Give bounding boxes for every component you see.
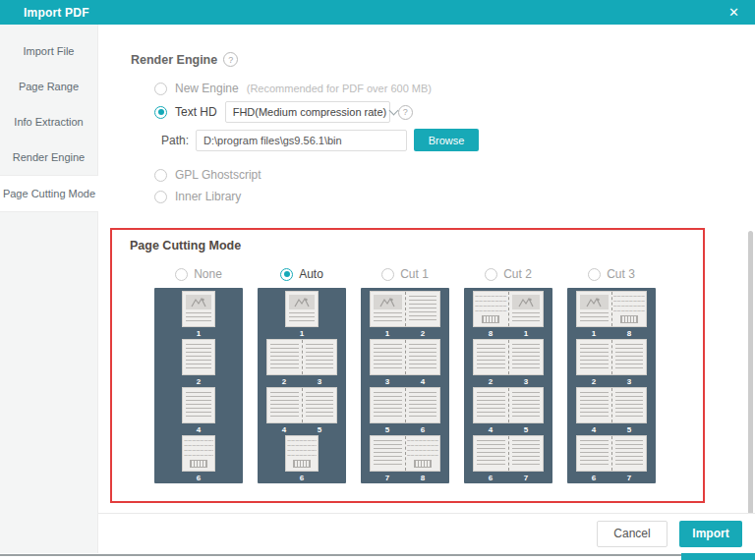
page-spread-thumbnail: ~~~~~~~~~~~~~~~~~~~~~~~~~~~~~~~~ (576, 291, 647, 327)
page-spread-thumbnail (473, 339, 544, 375)
page-text-lines (374, 440, 402, 468)
radio-icon[interactable] (154, 169, 167, 182)
cutting-mode-option-none[interactable]: None (175, 265, 222, 283)
page-text-lines (512, 392, 541, 420)
page-half-wavy: ~~~~~~~~~~~~~~~~~~~~~~~~~~~~~~~~ (405, 436, 440, 471)
preview-page-row: 45 (473, 387, 544, 435)
page-number: 6 (405, 424, 440, 435)
radio-icon[interactable] (154, 83, 167, 95)
page-number: 3 (611, 376, 647, 387)
page-half-text (183, 340, 214, 374)
radio-icon[interactable] (588, 268, 601, 281)
radio-icon-selected[interactable] (280, 268, 293, 281)
page-number: 3 (508, 376, 544, 387)
page-spread-thumbnail (370, 339, 440, 375)
radio-icon[interactable] (175, 268, 188, 281)
path-row: Path: Browse (161, 129, 479, 151)
cutting-mode-cut-3: Cut 3~~~~~~~~~~~~~~~~~~~~~~~~~~~~~~~~182… (567, 265, 656, 483)
preview-page-row: 34 (370, 339, 440, 387)
sidebar-item-info-extraction[interactable]: Info Extraction (0, 104, 97, 140)
page-number-row: 6 (285, 473, 319, 483)
page-half-text (577, 388, 611, 422)
page-half-text (474, 436, 508, 471)
page-text-lines (270, 392, 299, 420)
page-number: 5 (508, 424, 544, 435)
radio-icon[interactable] (154, 191, 167, 203)
page-number-row: 23 (266, 376, 337, 387)
page-number: 2 (266, 376, 302, 387)
cutting-mode-auto: Auto12345~~~~~~~~~~~~~~~~~~~~~~~~~~~~~~~… (258, 265, 346, 483)
new-engine-hint: (Recommended for PDF over 600 MB) (247, 83, 432, 94)
page-half-image (371, 292, 405, 326)
page-text-lines (580, 392, 609, 420)
page-half-text (302, 388, 337, 422)
close-icon[interactable]: ✕ (725, 5, 743, 20)
page-number: 3 (370, 376, 405, 387)
sidebar-item-page-cutting-mode[interactable]: Page Cutting Mode (0, 175, 98, 212)
text-hd-label: Text HD (175, 105, 217, 119)
page-number-row: 81 (473, 328, 544, 339)
preview-page-row: 23 (473, 339, 544, 387)
text-hd-option[interactable]: Text HD FHD(Medium compression rate) ? (154, 101, 413, 123)
page-number: 7 (611, 473, 647, 483)
page-text-lines (186, 392, 211, 420)
scrollbar-thumb[interactable] (748, 231, 753, 516)
new-engine-option[interactable]: New Engine (Recommended for PDF over 600… (154, 82, 432, 95)
page-number-row: 1 (182, 328, 215, 339)
cutting-mode-label: None (194, 267, 222, 281)
page-wavy-lines: ~~~~~~~~~~~~~~~~~~~~~~~~~~~~~~~~ (475, 294, 507, 314)
page-half-text (371, 340, 405, 374)
preview-page-row: ~~~~~~~~~~~~~~~~~~~~~~~~~~~~~~~~6 (182, 435, 215, 483)
compression-dropdown[interactable]: FHD(Medium compression rate) (225, 101, 390, 123)
page-text-lines (477, 392, 505, 420)
path-input[interactable] (196, 130, 407, 151)
sidebar-item-import-file[interactable]: Import File (0, 33, 97, 69)
sidebar-item-page-range[interactable]: Page Range (0, 69, 97, 104)
page-number: 8 (473, 328, 508, 339)
radio-icon[interactable] (485, 268, 497, 281)
help-icon[interactable]: ? (223, 52, 238, 67)
gpl-ghostscript-option[interactable]: GPL Ghostscript (154, 168, 261, 182)
preview-page-row: 56 (370, 387, 440, 435)
page-text-lines (580, 344, 609, 371)
page-spread-thumbnail (370, 387, 440, 423)
sidebar-item-render-engine[interactable]: Render Engine (0, 140, 97, 175)
help-icon[interactable]: ? (398, 105, 413, 120)
cancel-button[interactable]: Cancel (597, 521, 668, 547)
inner-library-option[interactable]: Inner Library (154, 190, 241, 203)
preview-page-row: 4 (182, 387, 215, 435)
page-text-lines (306, 392, 334, 420)
import-button[interactable]: Import (679, 521, 742, 547)
page-number: 3 (302, 376, 337, 387)
cutting-mode-label: Cut 1 (400, 267, 429, 281)
page-half-text (405, 340, 440, 374)
cutting-mode-option-cut-1[interactable]: Cut 1 (381, 265, 429, 283)
page-number: 1 (508, 328, 544, 339)
cutting-mode-option-cut-2[interactable]: Cut 2 (485, 265, 532, 283)
page-number: 5 (302, 424, 337, 435)
cutting-mode-label: Cut 2 (503, 267, 532, 281)
radio-icon[interactable] (381, 268, 394, 281)
cutting-mode-preview-card: 12345~~~~~~~~~~~~~~~~~~~~~~~~~~~~~~~~6 (258, 288, 346, 483)
page-table-placeholder (482, 315, 499, 323)
page-number-row: 45 (576, 424, 647, 435)
page-image-placeholder (374, 295, 402, 309)
radio-icon-selected[interactable] (154, 106, 167, 119)
page-number-row: 6 (182, 473, 215, 483)
page-number-row: 45 (266, 424, 337, 435)
page-half-wavy: ~~~~~~~~~~~~~~~~~~~~~~~~~~~~~~~~ (474, 292, 508, 326)
page-spread-thumbnail (576, 339, 647, 375)
cutting-mode-label: Cut 3 (607, 267, 635, 281)
page-text-lines (409, 344, 437, 371)
cutting-mode-option-cut-3[interactable]: Cut 3 (588, 265, 635, 283)
compression-dropdown-value: FHD(Medium compression rate) (233, 106, 386, 118)
page-number: 8 (611, 328, 647, 339)
browse-button[interactable]: Browse (414, 129, 479, 151)
main-panel: Render Engine ? New Engine (Recommended … (99, 25, 755, 513)
page-text-lines (186, 312, 211, 323)
page-wavy-lines: ~~~~~~~~~~~~~~~~~~~~~~~~~~~~~~~~ (613, 294, 646, 314)
page-table-placeholder (620, 315, 638, 323)
preview-page-row: 45 (576, 387, 647, 435)
page-spread-thumbnail (370, 291, 440, 327)
cutting-mode-option-auto[interactable]: Auto (280, 265, 323, 283)
